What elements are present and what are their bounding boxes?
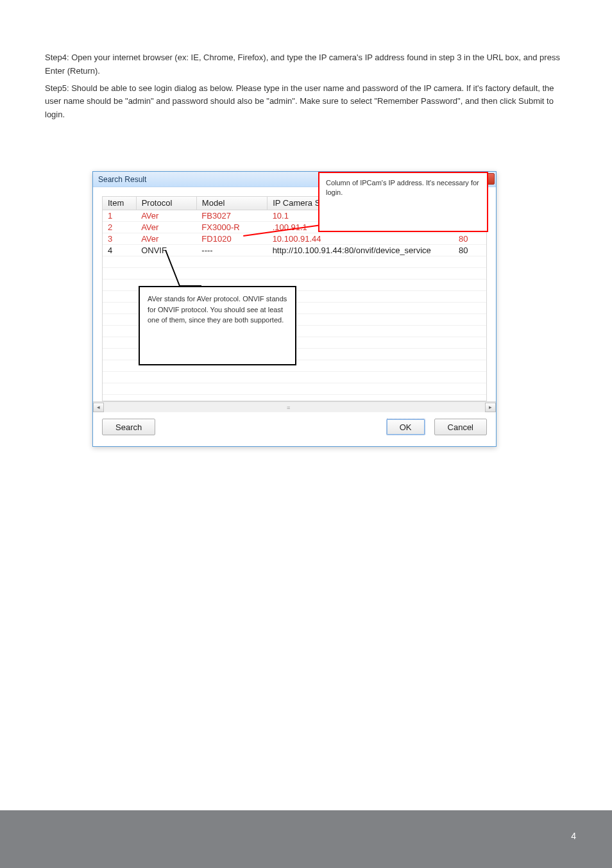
ok-button[interactable]: OK: [386, 419, 425, 435]
cancel-button[interactable]: Cancel: [434, 419, 487, 435]
table-cell: AVer: [136, 221, 196, 233]
table-row[interactable]: 4ONVIF----http://10.100.91.44:80/onvif/d…: [103, 244, 486, 256]
callout-ip-text: Column of IPCam's IP address. It's neces…: [326, 179, 479, 196]
callout-protocol-text: AVer stands for AVer protocol. ONVIF sta…: [148, 295, 287, 324]
table-cell: 10.100.91.44: [268, 233, 448, 244]
table-cell: 3: [103, 233, 136, 244]
col-header-model[interactable]: Model: [196, 197, 267, 210]
horizontal-scrollbar[interactable]: ◂ ≡ ▸: [93, 401, 496, 412]
table-cell: 2: [103, 221, 136, 233]
table-cell: 80: [447, 233, 486, 244]
callout-ip-column: Column of IPCam's IP address. It's neces…: [318, 172, 488, 232]
table-row: [103, 267, 486, 279]
page-number: 4: [571, 831, 576, 841]
table-row: [103, 256, 486, 267]
dialog-title: Search Result: [98, 175, 146, 184]
instruction-step5: Step5: Should be able to see login dialo…: [45, 82, 567, 122]
search-button[interactable]: Search: [102, 419, 155, 435]
table-cell: AVer: [136, 233, 196, 244]
table-cell: FB3027: [196, 210, 267, 221]
col-header-protocol[interactable]: Protocol: [136, 197, 196, 210]
col-header-item[interactable]: Item: [103, 197, 136, 210]
table-cell: 4: [103, 244, 136, 256]
table-cell: 1: [103, 210, 136, 221]
scroll-thumb-grip: ≡: [287, 405, 291, 411]
table-cell: 80: [447, 244, 486, 256]
table-cell: http://10.100.91.44:80/onvif/device_serv…: [268, 244, 448, 256]
callout-protocol: AVer stands for AVer protocol. ONVIF sta…: [139, 286, 296, 365]
table-cell: ----: [196, 244, 267, 256]
page-instructions: Step4: Open your internet browser (ex: I…: [0, 0, 612, 151]
page-footer: 4: [0, 810, 612, 868]
callout-black-leader: [164, 249, 203, 288]
table-row[interactable]: 3AVerFD102010.100.91.4480: [103, 233, 486, 244]
table-row: [103, 371, 486, 383]
scroll-right-icon[interactable]: ▸: [485, 403, 496, 412]
scroll-track[interactable]: ≡: [104, 403, 485, 412]
table-row: [103, 383, 486, 394]
table-cell: AVer: [136, 210, 196, 221]
table-cell: FX3000-R: [196, 221, 267, 233]
dialog-button-row: Search OK Cancel: [93, 412, 496, 443]
instruction-step4: Step4: Open your internet browser (ex: I…: [45, 51, 567, 78]
scroll-left-icon[interactable]: ◂: [93, 403, 104, 412]
